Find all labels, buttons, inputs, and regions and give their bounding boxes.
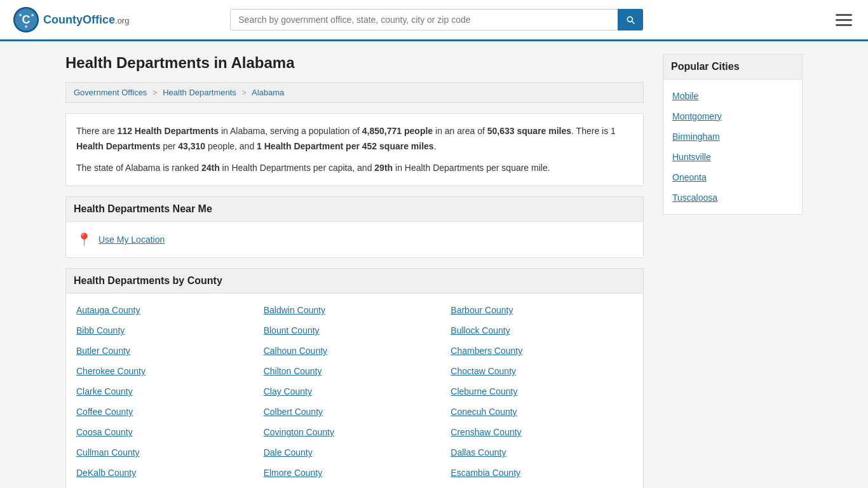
stats-per-capita: 43,310 <box>178 141 205 151</box>
county-link[interactable]: Conecuh County <box>448 402 635 422</box>
breadcrumb-health-depts[interactable]: Health Departments <box>163 88 236 97</box>
stats-area-unit: square miles <box>517 126 571 136</box>
location-icon: 📍 <box>76 232 92 247</box>
county-link[interactable]: Clarke County <box>74 381 261 402</box>
sidebar-city-link[interactable]: Tuscaloosa <box>663 187 802 208</box>
stats-paragraph-2: The state of Alabama is ranked 24th in H… <box>76 161 633 176</box>
county-link[interactable]: Escambia County <box>448 463 635 483</box>
near-me-heading: Health Departments Near Me <box>65 196 644 222</box>
main-wrapper: Health Departments in Alabama Government… <box>53 41 815 488</box>
search-input[interactable] <box>230 9 643 30</box>
content-area: Health Departments in Alabama Government… <box>65 54 644 488</box>
county-grid: Autauga CountyBaldwin CountyBarbour Coun… <box>66 294 643 488</box>
breadcrumb-sep: > <box>241 88 247 97</box>
county-link[interactable]: Clay County <box>261 381 449 402</box>
county-link[interactable]: Baldwin County <box>261 300 449 320</box>
stats-office-type-2: Health Departments <box>76 141 160 151</box>
stats-paragraph-1: There are 112 Health Departments in Alab… <box>76 124 633 154</box>
menu-icon <box>836 19 852 21</box>
page-title: Health Departments in Alabama <box>65 54 644 72</box>
county-link[interactable]: Covington County <box>261 422 449 442</box>
sidebar-title: Popular Cities <box>663 54 803 79</box>
stats-population: 4,850,771 <box>362 126 402 136</box>
stats-area: 50,633 <box>487 126 515 136</box>
stats-office-type-1: Health Departments <box>135 126 219 136</box>
county-link[interactable]: Calhoun County <box>261 341 449 361</box>
stats-per-sqmile-label: 1 Health Department per 452 square miles <box>257 141 434 151</box>
near-me-section: 📍 Use My Location <box>65 222 644 258</box>
logo-wordmark: CountyOffice.org <box>43 13 129 27</box>
stats-section: There are 112 Health Departments in Alab… <box>65 113 644 186</box>
breadcrumb: Government Offices > Health Departments … <box>65 82 644 103</box>
sidebar-cities: MobileMontgomeryBirminghamHuntsvilleOneo… <box>663 79 803 215</box>
sidebar-city-link[interactable]: Mobile <box>663 86 802 106</box>
by-county-heading: Health Departments by County <box>65 268 644 294</box>
county-link[interactable]: Dale County <box>261 442 449 463</box>
svg-text:★: ★ <box>31 13 34 17</box>
county-link[interactable]: Coffee County <box>74 402 261 422</box>
stats-state: Alabama <box>230 126 265 136</box>
county-link[interactable]: Chilton County <box>261 361 449 381</box>
menu-button[interactable] <box>832 11 855 29</box>
search-icon <box>625 15 635 25</box>
logo-icon: C ★ ★ ★ <box>13 6 39 33</box>
logo[interactable]: C ★ ★ ★ CountyOffice.org <box>13 6 129 33</box>
sidebar: Popular Cities MobileMontgomeryBirmingha… <box>663 54 803 488</box>
county-link[interactable]: Cleburne County <box>448 381 635 402</box>
search-button[interactable] <box>618 9 643 30</box>
sidebar-city-link[interactable]: Birmingham <box>663 126 802 147</box>
county-link[interactable]: Bullock County <box>448 320 635 341</box>
county-link[interactable]: Cullman County <box>74 442 261 463</box>
menu-icon <box>836 14 852 16</box>
county-link[interactable]: Butler County <box>74 341 261 361</box>
county-link[interactable]: Colbert County <box>261 402 449 422</box>
use-location-link[interactable]: Use My Location <box>98 234 165 245</box>
county-link[interactable]: Bibb County <box>74 320 261 341</box>
svg-text:★: ★ <box>24 24 28 29</box>
breadcrumb-gov-offices[interactable]: Government Offices <box>74 88 147 97</box>
county-section: Autauga CountyBaldwin CountyBarbour Coun… <box>65 294 644 488</box>
svg-text:★: ★ <box>18 13 22 17</box>
county-link[interactable]: Cherokee County <box>74 361 261 381</box>
stats-population-unit: people <box>404 126 433 136</box>
county-link[interactable]: Blount County <box>261 320 449 341</box>
county-link[interactable]: Dallas County <box>448 442 635 463</box>
county-link[interactable]: Autauga County <box>74 300 261 320</box>
breadcrumb-sep: > <box>153 88 158 97</box>
sidebar-city-link[interactable]: Montgomery <box>663 106 802 126</box>
menu-icon <box>836 24 852 26</box>
county-link[interactable]: Elmore County <box>261 463 449 483</box>
stats-count: 112 <box>118 126 132 136</box>
stats-rank-capita: 24th <box>201 163 220 173</box>
sidebar-city-link[interactable]: Huntsville <box>663 147 802 167</box>
county-link[interactable]: Coosa County <box>74 422 261 442</box>
county-link[interactable]: Chambers County <box>448 341 635 361</box>
county-link[interactable]: Choctaw County <box>448 361 635 381</box>
stats-rank-sqmile: 29th <box>374 163 393 173</box>
county-link[interactable]: Barbour County <box>448 300 635 320</box>
sidebar-city-link[interactable]: Oneonta <box>663 167 802 187</box>
county-link[interactable]: Crenshaw County <box>448 422 635 442</box>
county-link[interactable]: DeKalb County <box>74 463 261 483</box>
search-area <box>230 9 643 30</box>
breadcrumb-alabama[interactable]: Alabama <box>252 88 284 97</box>
